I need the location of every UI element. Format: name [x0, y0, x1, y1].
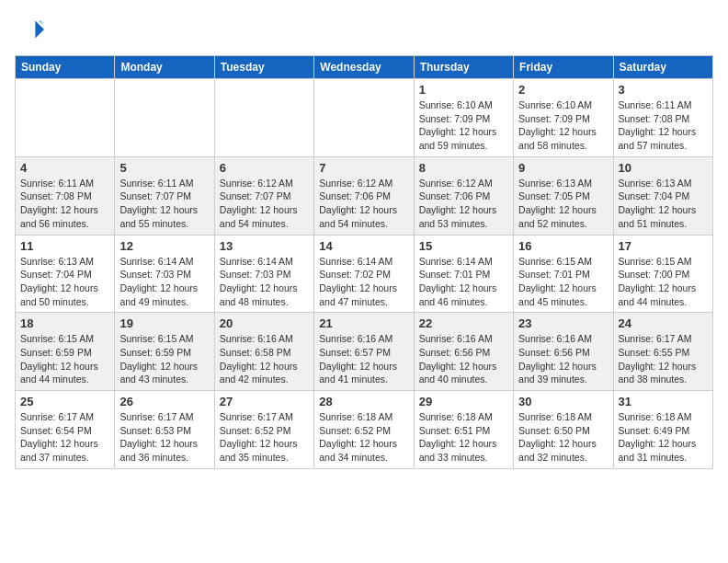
- day-number: 15: [419, 239, 508, 253]
- day-cell: 7Sunrise: 6:12 AM Sunset: 7:06 PM Daylig…: [314, 156, 414, 235]
- day-number: 24: [619, 316, 708, 330]
- day-cell: 22Sunrise: 6:16 AM Sunset: 6:56 PM Dayli…: [414, 313, 513, 391]
- day-number: 31: [619, 395, 708, 408]
- day-number: 6: [220, 161, 309, 175]
- day-cell: 18Sunrise: 6:15 AM Sunset: 6:59 PM Dayli…: [16, 313, 115, 391]
- day-number: 29: [419, 395, 508, 408]
- day-info: Sunrise: 6:11 AM Sunset: 7:07 PM Dayligh…: [119, 177, 209, 231]
- day-number: 5: [119, 161, 209, 175]
- day-number: 3: [619, 83, 708, 97]
- day-info: Sunrise: 6:12 AM Sunset: 7:07 PM Dayligh…: [220, 177, 309, 231]
- day-info: Sunrise: 6:15 AM Sunset: 7:00 PM Dayligh…: [619, 255, 708, 309]
- day-cell: 30Sunrise: 6:18 AM Sunset: 6:50 PM Dayli…: [514, 391, 613, 469]
- calendar-table: SundayMondayTuesdayWednesdayThursdayFrid…: [15, 55, 713, 469]
- day-cell: 28Sunrise: 6:18 AM Sunset: 6:52 PM Dayli…: [314, 391, 414, 469]
- weekday-header-friday: Friday: [514, 56, 613, 79]
- day-number: 12: [119, 239, 209, 253]
- day-info: Sunrise: 6:12 AM Sunset: 7:06 PM Dayligh…: [419, 177, 508, 231]
- day-cell: 21Sunrise: 6:16 AM Sunset: 6:57 PM Dayli…: [314, 313, 414, 391]
- day-cell: 5Sunrise: 6:11 AM Sunset: 7:07 PM Daylig…: [115, 156, 214, 235]
- day-info: Sunrise: 6:18 AM Sunset: 6:52 PM Dayligh…: [319, 410, 408, 465]
- day-number: 28: [319, 395, 408, 408]
- day-info: Sunrise: 6:15 AM Sunset: 6:59 PM Dayligh…: [119, 332, 209, 386]
- day-cell: 24Sunrise: 6:17 AM Sunset: 6:55 PM Dayli…: [613, 313, 712, 391]
- day-number: 18: [20, 316, 109, 330]
- day-number: 19: [119, 316, 209, 330]
- day-number: 4: [20, 161, 109, 175]
- day-info: Sunrise: 6:17 AM Sunset: 6:54 PM Dayligh…: [20, 410, 109, 465]
- day-number: 10: [619, 161, 708, 175]
- day-info: Sunrise: 6:12 AM Sunset: 7:06 PM Dayligh…: [319, 177, 408, 231]
- day-cell: 12Sunrise: 6:14 AM Sunset: 7:03 PM Dayli…: [115, 235, 214, 313]
- day-info: Sunrise: 6:16 AM Sunset: 6:56 PM Dayligh…: [518, 332, 608, 386]
- day-info: Sunrise: 6:14 AM Sunset: 7:03 PM Dayligh…: [119, 255, 209, 309]
- day-cell: 11Sunrise: 6:13 AM Sunset: 7:04 PM Dayli…: [16, 235, 115, 313]
- day-cell: 16Sunrise: 6:15 AM Sunset: 7:01 PM Dayli…: [514, 235, 613, 313]
- weekday-header-sunday: Sunday: [16, 56, 115, 79]
- day-cell: 14Sunrise: 6:14 AM Sunset: 7:02 PM Dayli…: [314, 235, 414, 313]
- day-info: Sunrise: 6:14 AM Sunset: 7:01 PM Dayligh…: [419, 255, 508, 309]
- day-cell: 10Sunrise: 6:13 AM Sunset: 7:04 PM Dayli…: [613, 156, 712, 235]
- weekday-header-saturday: Saturday: [613, 56, 712, 79]
- day-info: Sunrise: 6:11 AM Sunset: 7:08 PM Dayligh…: [619, 98, 708, 153]
- logo: [15, 15, 48, 44]
- day-info: Sunrise: 6:17 AM Sunset: 6:52 PM Dayligh…: [220, 410, 309, 465]
- day-info: Sunrise: 6:13 AM Sunset: 7:04 PM Dayligh…: [619, 177, 708, 231]
- day-info: Sunrise: 6:10 AM Sunset: 7:09 PM Dayligh…: [518, 98, 608, 153]
- day-number: 23: [518, 316, 608, 330]
- week-row-4: 18Sunrise: 6:15 AM Sunset: 6:59 PM Dayli…: [16, 313, 713, 391]
- day-info: Sunrise: 6:15 AM Sunset: 6:59 PM Dayligh…: [20, 332, 109, 386]
- day-info: Sunrise: 6:16 AM Sunset: 6:57 PM Dayligh…: [319, 332, 408, 386]
- day-info: Sunrise: 6:18 AM Sunset: 6:49 PM Dayligh…: [619, 410, 708, 465]
- day-number: 11: [20, 239, 109, 253]
- day-info: Sunrise: 6:17 AM Sunset: 6:55 PM Dayligh…: [619, 332, 708, 386]
- day-number: 7: [319, 161, 408, 175]
- day-cell: 23Sunrise: 6:16 AM Sunset: 6:56 PM Dayli…: [514, 313, 613, 391]
- day-number: 1: [419, 83, 508, 97]
- day-number: 21: [319, 316, 408, 330]
- day-info: Sunrise: 6:15 AM Sunset: 7:01 PM Dayligh…: [518, 255, 608, 309]
- day-info: Sunrise: 6:17 AM Sunset: 6:53 PM Dayligh…: [119, 410, 209, 465]
- day-number: 30: [518, 395, 608, 408]
- day-number: 17: [619, 239, 708, 253]
- day-number: 2: [518, 83, 608, 97]
- day-cell: 19Sunrise: 6:15 AM Sunset: 6:59 PM Dayli…: [115, 313, 214, 391]
- day-cell: [314, 79, 414, 157]
- day-cell: 17Sunrise: 6:15 AM Sunset: 7:00 PM Dayli…: [613, 235, 712, 313]
- day-info: Sunrise: 6:16 AM Sunset: 6:58 PM Dayligh…: [220, 332, 309, 386]
- weekday-header-thursday: Thursday: [414, 56, 513, 79]
- day-cell: 29Sunrise: 6:18 AM Sunset: 6:51 PM Dayli…: [414, 391, 513, 469]
- day-number: 26: [119, 395, 209, 408]
- day-info: Sunrise: 6:14 AM Sunset: 7:02 PM Dayligh…: [319, 255, 408, 309]
- day-number: 16: [518, 239, 608, 253]
- day-cell: 4Sunrise: 6:11 AM Sunset: 7:08 PM Daylig…: [16, 156, 115, 235]
- day-number: 8: [419, 161, 508, 175]
- day-info: Sunrise: 6:14 AM Sunset: 7:03 PM Dayligh…: [220, 255, 309, 309]
- day-cell: 6Sunrise: 6:12 AM Sunset: 7:07 PM Daylig…: [214, 156, 313, 235]
- day-number: 14: [319, 239, 408, 253]
- day-number: 13: [220, 239, 309, 253]
- day-number: 20: [220, 316, 309, 330]
- weekday-header-tuesday: Tuesday: [214, 56, 313, 79]
- day-cell: 9Sunrise: 6:13 AM Sunset: 7:05 PM Daylig…: [514, 156, 613, 235]
- day-info: Sunrise: 6:11 AM Sunset: 7:08 PM Dayligh…: [20, 177, 109, 231]
- week-row-1: 1Sunrise: 6:10 AM Sunset: 7:09 PM Daylig…: [16, 79, 713, 157]
- page-header: [15, 15, 713, 44]
- day-info: Sunrise: 6:13 AM Sunset: 7:04 PM Dayligh…: [20, 255, 109, 309]
- day-number: 22: [419, 316, 508, 330]
- day-cell: 31Sunrise: 6:18 AM Sunset: 6:49 PM Dayli…: [613, 391, 712, 469]
- day-cell: 27Sunrise: 6:17 AM Sunset: 6:52 PM Dayli…: [214, 391, 313, 469]
- day-info: Sunrise: 6:10 AM Sunset: 7:09 PM Dayligh…: [419, 98, 508, 153]
- day-cell: 26Sunrise: 6:17 AM Sunset: 6:53 PM Dayli…: [115, 391, 214, 469]
- day-cell: [115, 79, 214, 157]
- day-cell: 25Sunrise: 6:17 AM Sunset: 6:54 PM Dayli…: [16, 391, 115, 469]
- day-cell: [16, 79, 115, 157]
- day-cell: 2Sunrise: 6:10 AM Sunset: 7:09 PM Daylig…: [514, 79, 613, 157]
- day-cell: 3Sunrise: 6:11 AM Sunset: 7:08 PM Daylig…: [613, 79, 712, 157]
- day-number: 27: [220, 395, 309, 408]
- weekday-header-wednesday: Wednesday: [314, 56, 414, 79]
- logo-icon: [15, 15, 44, 44]
- day-info: Sunrise: 6:18 AM Sunset: 6:50 PM Dayligh…: [518, 410, 608, 465]
- day-cell: 15Sunrise: 6:14 AM Sunset: 7:01 PM Dayli…: [414, 235, 513, 313]
- day-cell: 20Sunrise: 6:16 AM Sunset: 6:58 PM Dayli…: [214, 313, 313, 391]
